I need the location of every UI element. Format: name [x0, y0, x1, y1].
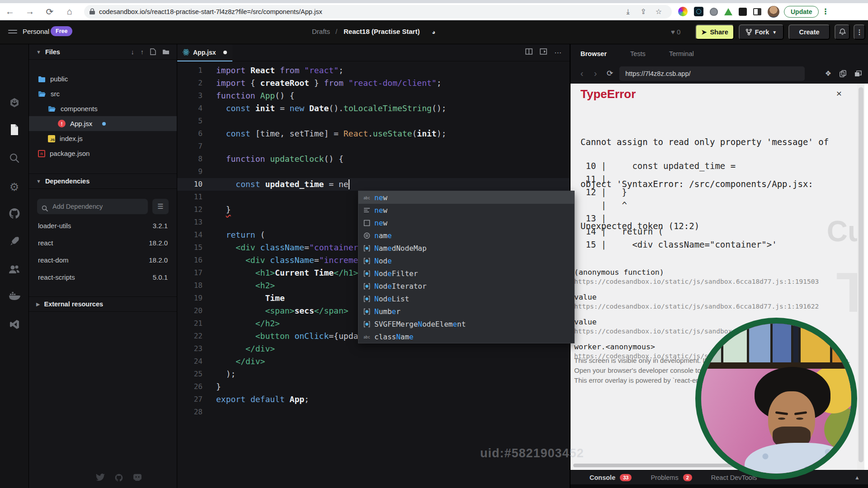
- header-more-icon[interactable]: ⋮: [854, 24, 865, 40]
- suggestion-nodefilter[interactable]: NodeFilter: [359, 267, 574, 280]
- tree-item-app-jsx[interactable]: !App.jsx: [29, 116, 177, 131]
- deployment-rocket-icon[interactable]: [9, 236, 20, 247]
- code-line[interactable]: 8 function updateClock() {: [177, 153, 570, 165]
- home-icon[interactable]: ⌂: [60, 6, 80, 17]
- code-line[interactable]: 26}: [177, 380, 570, 393]
- visibility-globe-icon[interactable]: ◕: [432, 28, 435, 36]
- tree-item-public[interactable]: public: [29, 71, 177, 86]
- tab-tests[interactable]: Tests: [630, 50, 646, 57]
- open-new-window-icon[interactable]: [854, 70, 862, 77]
- code-line[interactable]: 6 const [time, setTime] = React.useState…: [177, 127, 570, 140]
- editor-more-icon[interactable]: ⋯: [554, 48, 561, 57]
- suggestion-new[interactable]: abcnew: [359, 191, 574, 204]
- chrome-update-button[interactable]: Update: [784, 6, 819, 18]
- extensions-puzzle-icon[interactable]: [739, 8, 747, 16]
- suggestion-nodelist[interactable]: NodeList: [359, 292, 574, 305]
- dependency-row[interactable]: loader-utils3.2.1: [29, 217, 177, 234]
- preview-url-bar[interactable]: https://7l4z8z.csb.app/: [619, 66, 805, 81]
- tree-item-package-json[interactable]: npackage.json: [29, 146, 177, 161]
- suggestion-nodeiterator[interactable]: NodeIterator: [359, 280, 574, 292]
- settings-gear-icon[interactable]: ⚙: [9, 181, 19, 193]
- github-icon[interactable]: [115, 474, 123, 482]
- profile-avatar[interactable]: [768, 6, 779, 18]
- suggestion-new[interactable]: new: [359, 216, 574, 229]
- console-tab[interactable]: Console: [590, 474, 615, 481]
- dependency-row[interactable]: react18.2.0: [29, 234, 177, 251]
- download-sandbox-icon[interactable]: ↓: [131, 48, 134, 56]
- discord-icon[interactable]: [133, 474, 142, 482]
- suggestion-new[interactable]: new: [359, 204, 574, 216]
- suggestion-number[interactable]: Number: [359, 305, 574, 318]
- tree-item-index-js[interactable]: JSindex.js: [29, 131, 177, 146]
- share-button[interactable]: ➤ Share: [695, 24, 734, 40]
- dependency-row[interactable]: react-dom18.2.0: [29, 251, 177, 268]
- suggestion-node[interactable]: Node: [359, 254, 574, 267]
- new-folder-icon[interactable]: [162, 49, 170, 55]
- twitter-icon[interactable]: [96, 474, 105, 482]
- share-page-icon[interactable]: ⇪: [636, 7, 651, 16]
- preview-reload-icon[interactable]: ⟳: [607, 69, 613, 78]
- code-line[interactable]: 10 const updated_time = ne: [177, 178, 570, 191]
- github-icon[interactable]: [9, 208, 20, 219]
- live-users-icon[interactable]: [9, 264, 20, 274]
- workspace-name[interactable]: Personal: [23, 28, 49, 35]
- suggestion-classname[interactable]: abcclassName: [359, 330, 574, 343]
- code-line[interactable]: 3function App() {: [177, 89, 570, 102]
- add-dependency-input[interactable]: [37, 199, 148, 214]
- breadcrumb-drafts[interactable]: Drafts: [312, 28, 330, 35]
- tab-terminal[interactable]: Terminal: [669, 50, 694, 57]
- preview-pane-icon[interactable]: [540, 48, 547, 57]
- search-icon[interactable]: [9, 153, 20, 164]
- suggestion-svgfemergenodeelement[interactable]: SVGFEMergeNodeElement: [359, 318, 574, 330]
- code-line[interactable]: 2import { createRoot } from "react-dom/c…: [177, 77, 570, 89]
- code-line[interactable]: 4 const init = new Date().toLocaleTimeSt…: [177, 102, 570, 115]
- tree-item-src[interactable]: src: [29, 86, 177, 101]
- suggestion-name[interactable]: name: [359, 229, 574, 242]
- preview-back-icon[interactable]: ‹: [577, 68, 587, 79]
- files-section-header[interactable]: ▼ Files ↓ ↑: [29, 44, 177, 60]
- tab-browser[interactable]: Browser: [580, 50, 607, 57]
- sandbox-info-icon[interactable]: [9, 98, 20, 108]
- scrollbar-thumb[interactable]: [859, 87, 863, 462]
- expand-chevron-icon[interactable]: ▲: [854, 474, 860, 481]
- autocomplete-dropdown[interactable]: abcnewnewnewnameNamedNodeMapNodeNodeFilt…: [358, 191, 575, 343]
- code-line[interactable]: 27export default App;: [177, 393, 570, 406]
- preview-forward-icon[interactable]: ›: [590, 68, 600, 79]
- code-line[interactable]: 25 );: [177, 368, 570, 380]
- bookmark-star-icon[interactable]: ☆: [651, 7, 666, 16]
- dependencies-section-header[interactable]: ▼ Dependencies: [29, 174, 177, 189]
- menu-hamburger-icon[interactable]: [8, 28, 17, 35]
- problems-tab[interactable]: Problems: [651, 474, 678, 481]
- split-view-icon[interactable]: [525, 48, 533, 57]
- forward-icon[interactable]: →: [20, 6, 40, 17]
- download-icon[interactable]: ⤓: [620, 8, 636, 16]
- suggestion-namednodemap[interactable]: NamedNodeMap: [359, 242, 574, 254]
- project-title[interactable]: React18 (Practise Start): [344, 28, 420, 35]
- code-line[interactable]: 7: [177, 140, 570, 153]
- react-devtools-extension-icon[interactable]: [694, 7, 703, 16]
- reload-icon[interactable]: ⟳: [40, 6, 60, 17]
- responsive-mode-icon[interactable]: ❖: [825, 69, 831, 78]
- docker-icon[interactable]: [8, 291, 21, 301]
- colorzilla-extension-icon[interactable]: [678, 7, 688, 16]
- likes-count[interactable]: ♥ 0: [671, 28, 680, 36]
- tab-app-jsx[interactable]: App.jsx: [177, 44, 232, 61]
- sidepanel-icon[interactable]: [753, 8, 761, 15]
- notifications-bell-icon[interactable]: [835, 24, 850, 40]
- back-icon[interactable]: ←: [0, 6, 20, 17]
- upload-icon[interactable]: ↑: [141, 48, 144, 56]
- code-line[interactable]: 28: [177, 406, 570, 418]
- new-file-icon[interactable]: [150, 48, 156, 55]
- code-line[interactable]: 23 </div>: [177, 343, 570, 355]
- dependency-row[interactable]: react-scripts5.0.1: [29, 268, 177, 286]
- fork-button[interactable]: Fork ▼: [739, 24, 784, 40]
- vscode-icon[interactable]: [9, 319, 20, 330]
- chrome-menu-icon[interactable]: ⋮: [821, 7, 829, 16]
- code-line[interactable]: 5: [177, 115, 570, 127]
- close-icon[interactable]: ×: [836, 88, 842, 99]
- external-resources-header[interactable]: ▶ External resources: [29, 296, 177, 312]
- code-line[interactable]: 9: [177, 165, 570, 178]
- copy-url-icon[interactable]: [840, 70, 846, 77]
- create-button[interactable]: Create: [788, 24, 830, 40]
- dependency-menu-icon[interactable]: ☰: [152, 199, 169, 214]
